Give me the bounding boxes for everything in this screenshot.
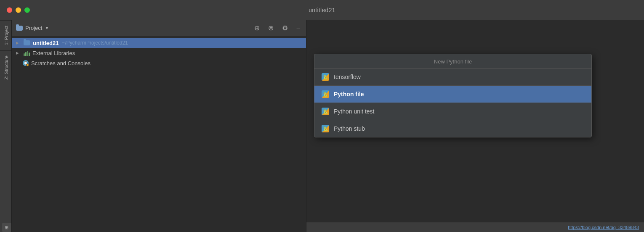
tree-item-ext-label: External Libraries [32,50,75,56]
tree-item-root-path: ~/PycharmProjects/untitled21 [62,40,128,46]
stack-icon: ⊞ [5,225,8,230]
window-title: untitled21 [309,7,335,13]
sidebar-tab-project[interactable]: 1: Project [0,20,11,50]
python-file-icon-unittest: 🐍 [321,107,330,116]
project-panel: Project ▼ ⊕ ⊜ ⚙ − ▶ untitled21 ~/Pycharm… [12,20,306,232]
chevron-down-icon[interactable]: ▼ [45,26,49,30]
project-label: Project ▼ [16,25,49,31]
project-tree: ▶ untitled21 ~/PycharmProjects/untitled2… [12,36,306,232]
sidebar-tab-structure[interactable]: Z: Structure [0,50,11,84]
popup-item-python-unit-test[interactable]: 🐍 Python unit test [314,103,591,120]
project-tab-label: Project [25,25,42,31]
popup-item-python-file[interactable]: 🐍 Python file [314,86,591,103]
python-file-icon-tensorflow: 🐍 [321,73,330,81]
popup-item-tensorflow-label: tensorflow [334,74,361,80]
ext-lib-icon [24,50,30,56]
tree-item-root[interactable]: ▶ untitled21 ~/PycharmProjects/untitled2… [12,38,306,48]
minus-button[interactable]: − [295,24,302,33]
tree-item-ext-libraries[interactable]: ▶ External Libraries [12,48,306,58]
close-button[interactable] [7,8,12,13]
popup-item-python-file-label: Python file [334,91,364,98]
status-bar: https://blog.csdn.net/qq_33489843 [306,222,644,232]
tree-arrow-root: ▶ [16,41,23,45]
maximize-button[interactable] [24,8,30,13]
popup-item-python-stub-label: Python stub [334,125,365,132]
status-url[interactable]: https://blog.csdn.net/qq_33489843 [568,225,639,230]
tree-arrow-ext: ▶ [16,51,23,55]
new-python-file-popup: New Python file 🐍 tensorflow 🐍 Python fi… [314,54,592,137]
right-area: New Python file 🐍 tensorflow 🐍 Python fi… [306,20,644,232]
minimize-button[interactable] [16,8,21,13]
python-file-icon-stub: 🐍 [321,124,330,133]
project-toolbar: Project ▼ ⊕ ⊜ ⚙ − [12,20,306,36]
popup-title: New Python file [314,54,591,69]
collapse-button[interactable]: ⊜ [266,23,275,33]
sidebar-extra-icon[interactable]: ⊞ [2,223,11,232]
tree-item-scratches[interactable]: ⌚ Scratches and Consoles [12,58,306,68]
popup-item-tensorflow[interactable]: 🐍 tensorflow [314,69,591,86]
title-bar: untitled21 [0,0,644,20]
traffic-lights [7,8,30,13]
scratch-icon: ⌚ [23,60,29,66]
popup-item-python-unit-test-label: Python unit test [334,108,375,115]
main-container: 1: Project Z: Structure ⊞ Project ▼ ⊕ ⊜ … [0,20,644,232]
folder-icon [16,26,23,31]
tree-item-scratches-label: Scratches and Consoles [31,60,90,66]
add-button[interactable]: ⊕ [253,23,261,33]
scratch-overlay [26,63,29,66]
python-file-icon-pyfile: 🐍 [321,90,330,98]
popup-item-python-stub[interactable]: 🐍 Python stub [314,120,591,137]
left-sidebar-tabs: 1: Project Z: Structure ⊞ [0,20,12,232]
project-folder-icon [24,40,30,45]
tree-item-root-label: untitled21 [33,40,59,46]
settings-button[interactable]: ⚙ [280,23,290,33]
